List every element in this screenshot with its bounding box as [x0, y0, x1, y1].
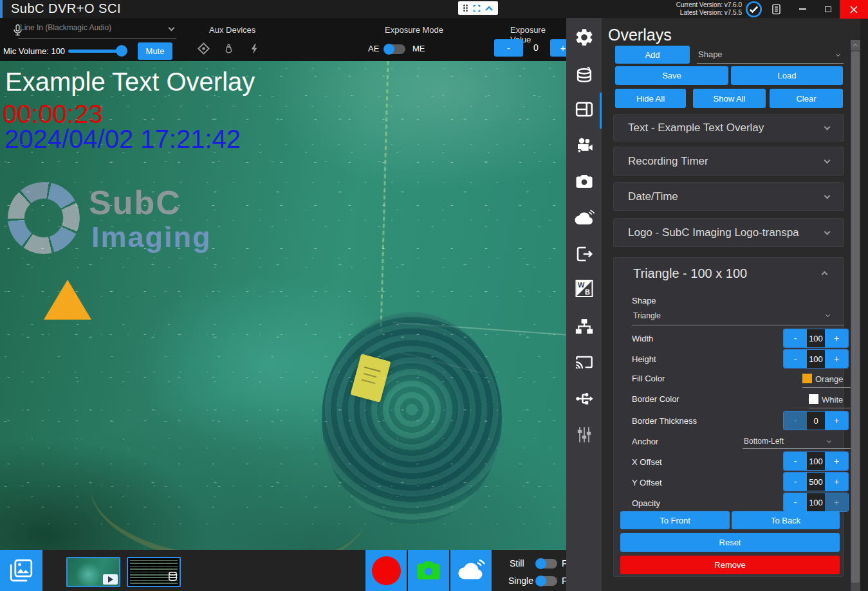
exposure-ae-label: AE	[368, 44, 379, 53]
icon-sidebar: WB	[566, 18, 602, 591]
height-value[interactable]: 100	[807, 350, 825, 368]
height-decrement-button[interactable]: -	[784, 350, 807, 368]
network-icon[interactable]	[574, 317, 595, 336]
opacity-increment-button[interactable]: +	[825, 493, 848, 511]
border-thickness-increment-button[interactable]: +	[825, 412, 848, 430]
exposure-increment-button[interactable]: +	[550, 39, 566, 57]
app-title: SubC DVR+O SCI	[11, 1, 121, 16]
fullscreen-icon[interactable]	[473, 5, 481, 12]
camera-icon	[415, 557, 442, 584]
chevron-up-icon[interactable]	[822, 271, 828, 278]
reset-button[interactable]: Reset	[620, 533, 840, 552]
hide-all-button[interactable]: Hide All	[615, 89, 686, 108]
height-increment-button[interactable]: +	[825, 350, 848, 368]
anchor-select[interactable]: Bottom-Left	[744, 437, 784, 446]
panel-scrollbar[interactable]	[851, 40, 860, 591]
triangle-section-title[interactable]: Triangle - 100 x 100	[633, 266, 747, 281]
logo-text-imaging: Imaging	[91, 221, 212, 254]
divider	[18, 38, 176, 39]
section-label: Text - Example Text Overlay	[628, 122, 764, 134]
overlay-section-datetime[interactable]: Date/Time	[613, 182, 844, 211]
export-icon[interactable]	[575, 244, 594, 264]
data-log-thumbnail[interactable]	[127, 557, 181, 587]
update-check-icon[interactable]	[744, 0, 762, 18]
clear-button[interactable]: Clear	[770, 89, 843, 108]
record-button[interactable]	[365, 550, 407, 591]
storage-database-icon[interactable]	[575, 65, 594, 86]
border-color-select[interactable]: White	[822, 395, 843, 405]
media-gallery-button[interactable]	[0, 550, 42, 591]
video-clip-thumbnail[interactable]	[66, 557, 120, 587]
y-offset-decrement-button[interactable]: -	[784, 473, 807, 491]
overlay-section-logo[interactable]: Logo - SubC Imaging Logo-transpa	[613, 218, 844, 247]
strobe-device-icon[interactable]	[248, 41, 261, 59]
to-back-button[interactable]: To Back	[732, 511, 840, 529]
snapshot-button[interactable]	[408, 550, 449, 591]
cast-icon[interactable]	[574, 353, 595, 371]
still-mode-toggle[interactable]	[536, 559, 557, 568]
scroll-up-button[interactable]	[851, 40, 860, 50]
width-value[interactable]: 100	[807, 329, 825, 347]
y-offset-label: Y Offset	[632, 478, 662, 487]
usb-icon[interactable]	[575, 389, 594, 408]
exposure-mode-toggle[interactable]	[384, 44, 405, 54]
accent-sliver	[0, 0, 3, 18]
save-overlays-button[interactable]: Save	[615, 66, 728, 85]
video-settings-icon[interactable]	[574, 136, 595, 156]
chevron-down-icon	[824, 192, 831, 199]
add-overlay-button[interactable]: Add	[615, 46, 690, 64]
grid-icon[interactable]	[463, 5, 468, 12]
load-overlays-button[interactable]: Load	[731, 66, 843, 85]
width-decrement-button[interactable]: -	[784, 329, 807, 347]
lamp-device-icon[interactable]	[223, 41, 234, 59]
border-thickness-decrement-button[interactable]: -	[784, 412, 807, 430]
border-thickness-value[interactable]: 0	[807, 412, 825, 430]
maximize-button[interactable]	[818, 0, 838, 18]
height-label: Height	[632, 354, 656, 364]
manual-doc-icon[interactable]	[768, 0, 784, 18]
opacity-decrement-button[interactable]: -	[784, 493, 807, 511]
y-offset-increment-button[interactable]: +	[825, 473, 848, 491]
overlay-section-recording-timer[interactable]: Recording Timer	[613, 147, 844, 176]
adjustments-sliders-icon[interactable]	[575, 426, 593, 444]
audio-input-select[interactable]: Line In (Blackmagic Audio)	[20, 23, 111, 32]
x-offset-increment-button[interactable]: +	[825, 452, 848, 470]
current-version: Current Version: v7.6.0	[647, 1, 742, 9]
floating-toolbar	[458, 1, 498, 15]
text-overlay: Example Text Overlay	[5, 68, 255, 96]
opacity-value[interactable]: 100	[807, 493, 825, 511]
x-offset-stepper: - 100 +	[783, 451, 849, 471]
overlay-section-text[interactable]: Text - Example Text Overlay	[613, 114, 844, 141]
width-increment-button[interactable]: +	[825, 329, 848, 347]
white-balance-icon[interactable]: WB	[575, 280, 593, 297]
mic-volume-slider-knob[interactable]	[116, 45, 127, 57]
settings-gear-icon[interactable]	[574, 27, 595, 48]
latest-version: Latest Version: v7.5.5	[647, 9, 742, 17]
top-toolbar: Line In (Blackmagic Audio) Mic Volume: 1…	[0, 18, 566, 61]
play-icon	[103, 574, 118, 585]
chevron-down-icon	[824, 157, 831, 163]
layout-panel-icon[interactable]	[574, 100, 595, 119]
shape-type-select[interactable]: Shape	[698, 50, 723, 59]
cloud-upload-button[interactable]	[450, 550, 492, 591]
mute-button[interactable]: Mute	[138, 42, 172, 60]
close-button[interactable]	[840, 0, 868, 19]
x-offset-value[interactable]: 100	[807, 452, 825, 470]
collapse-chevron-icon[interactable]	[485, 6, 493, 11]
exposure-decrement-button[interactable]: -	[494, 39, 523, 57]
still-camera-icon[interactable]	[574, 172, 595, 191]
remove-button[interactable]: Remove	[620, 556, 840, 574]
to-front-button[interactable]: To Front	[620, 511, 730, 529]
wb-b-letter: B	[585, 288, 590, 296]
shape-value-select[interactable]: Triangle	[633, 311, 661, 320]
minimize-button[interactable]	[793, 0, 812, 18]
height-stepper: - 100 +	[783, 349, 849, 368]
show-all-button[interactable]: Show All	[693, 89, 766, 108]
exposure-mode-label: Exposure Mode	[385, 25, 443, 35]
y-offset-value[interactable]: 500	[807, 473, 825, 491]
laser-device-icon[interactable]	[196, 41, 211, 59]
single-mode-toggle[interactable]	[536, 576, 557, 586]
scrollbar-thumb[interactable]	[851, 51, 860, 583]
cloud-sync-icon[interactable]	[573, 208, 595, 228]
x-offset-decrement-button[interactable]: -	[784, 452, 807, 470]
